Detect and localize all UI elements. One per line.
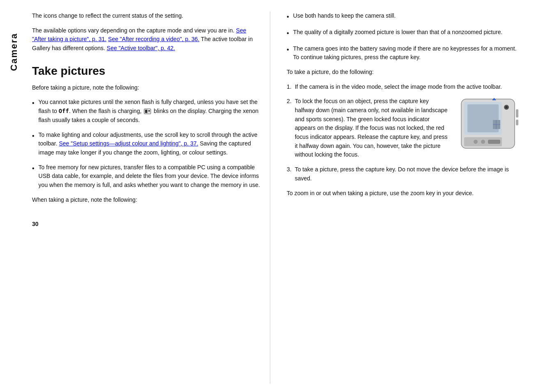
steps-list: If the camera is in the video mode, sele…: [287, 83, 521, 183]
zoom-para: To zoom in or out when taking a picture,…: [287, 189, 521, 198]
use-bullet-1-text: Use both hands to keep the camera still.: [293, 12, 521, 21]
flash-blink-icon: [144, 108, 151, 114]
svg-rect-14: [488, 140, 500, 144]
sidebar-label: Camera: [9, 33, 19, 71]
intro-paragraph-2: The available options vary depending on …: [32, 26, 262, 53]
bullet-list: You cannot take pictures until the xenon…: [32, 98, 262, 189]
use-bullet-3: The camera goes into the battery saving …: [287, 44, 521, 62]
svg-rect-7: [516, 120, 518, 125]
main-content: The icons change to reflect the current …: [28, 0, 543, 392]
to-take-para: To take a picture, do the following:: [287, 68, 521, 77]
use-bullet-list: Use both hands to keep the camera still.…: [287, 12, 521, 62]
step-2-content: To lock the focus on an object, press th…: [295, 97, 521, 159]
svg-point-9: [505, 106, 508, 108]
camera-device-image: [455, 97, 521, 150]
page-number-container: 30: [32, 221, 262, 227]
use-bullet-2: The quality of a digitally zoomed pictur…: [287, 28, 521, 39]
use-bullet-2-text: The quality of a digitally zoomed pictur…: [293, 28, 521, 37]
page-number: 30: [32, 221, 262, 227]
step-1-text: If the camera is in the video mode, sele…: [295, 83, 521, 92]
use-bullet-1: Use both hands to keep the camera still.: [287, 12, 521, 22]
when-para: When taking a picture, note the followin…: [32, 196, 262, 205]
intro-p2-before: The available options vary depending on …: [32, 27, 235, 34]
svg-rect-6: [516, 109, 518, 118]
step-3: To take a picture, press the capture key…: [287, 165, 521, 183]
step-2-clearfix: To lock the focus on an object, press th…: [295, 97, 521, 159]
right-column: Use both hands to keep the camera still.…: [283, 12, 521, 384]
sidebar-label-container: Camera: [9, 33, 19, 71]
left-column: The icons change to reflect the current …: [32, 12, 270, 384]
step-2: To lock the focus on an object, press th…: [287, 97, 521, 159]
bullet-item-2: To make lighting and colour adjustments,…: [32, 131, 262, 157]
step-2-text: To lock the focus on an object, press th…: [295, 98, 448, 158]
link-active-toolbar[interactable]: See "Active toolbar", p. 42.: [107, 45, 175, 51]
step-1: If the camera is in the video mode, sele…: [287, 83, 521, 92]
bullet-1-code: Off: [59, 108, 69, 114]
bullet-2-text: To make lighting and colour adjustments,…: [39, 131, 262, 157]
bullet-item-3: To free memory for new pictures, transfe…: [32, 163, 262, 190]
page-container: Camera The icons change to reflect the c…: [0, 0, 543, 392]
section-title: Take pictures: [32, 65, 262, 78]
camera-image-container: [455, 97, 521, 150]
link-after-recording[interactable]: See "After recording a video", p. 36.: [108, 36, 199, 42]
svg-point-13: [481, 140, 485, 144]
bullet-1-after: . When the flash is charging,: [69, 108, 143, 114]
bullet-item-1: You cannot take pictures until the xenon…: [32, 98, 262, 125]
bullet-1-text: You cannot take pictures until the xenon…: [39, 98, 262, 125]
svg-point-12: [474, 140, 478, 144]
svg-rect-2: [148, 110, 150, 111]
before-para: Before taking a picture, note the follow…: [32, 83, 262, 92]
link-setup-settings[interactable]: See "Setup settings—adjust colour and li…: [59, 140, 198, 147]
bullet-3-text: To free memory for new pictures, transfe…: [39, 163, 262, 190]
svg-rect-3: [148, 112, 150, 112]
sidebar: Camera: [0, 0, 28, 392]
step-3-text: To take a picture, press the capture key…: [295, 165, 521, 183]
svg-rect-1: [145, 110, 147, 113]
use-bullet-3-text: The camera goes into the battery saving …: [293, 44, 521, 62]
intro-paragraph-1: The icons change to reflect the current …: [32, 12, 262, 21]
